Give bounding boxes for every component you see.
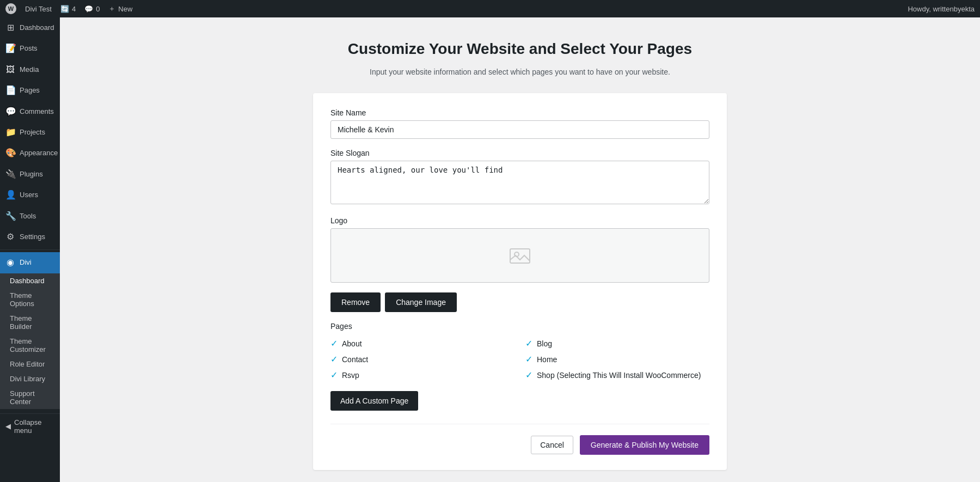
howdy-text: Howdy, writtenbyekta [908, 5, 975, 13]
divi-submenu-item-dashboard[interactable]: Dashboard [0, 273, 60, 288]
sidebar-label-projects: Projects [20, 127, 45, 137]
site-name-group: Site Name [330, 108, 709, 139]
sidebar-item-settings[interactable]: ⚙ Settings [0, 227, 60, 247]
site-slogan-input[interactable] [330, 161, 709, 204]
sidebar-item-tools[interactable]: 🔧 Tools [0, 206, 60, 227]
check-icon-home: ✓ [525, 354, 532, 364]
divi-submenu-item-role-editor[interactable]: Role Editor [0, 357, 60, 371]
users-icon: 👤 [5, 189, 15, 201]
action-row: Cancel Generate & Publish My Website [330, 424, 709, 455]
page-container: Customize Your Website and Select Your P… [313, 39, 727, 470]
sidebar-label-users: Users [20, 190, 38, 200]
divi-submenu-item-divi-library[interactable]: Divi Library [0, 371, 60, 386]
site-name-item[interactable]: Divi Test [25, 5, 52, 13]
plugins-icon: 🔌 [5, 168, 15, 180]
admin-bar: W Divi Test 🔄 4 💬 0 ＋ New Howdy, written… [0, 0, 980, 17]
check-icon-rsvp: ✓ [330, 370, 338, 380]
check-icon-blog: ✓ [525, 338, 532, 349]
page-title: Customize Your Website and Select Your P… [313, 39, 727, 59]
collapse-icon: ◀ [5, 422, 11, 430]
collapse-label: Collapse menu [14, 418, 54, 435]
logo-placeholder-icon [509, 245, 531, 266]
check-icon-contact: ✓ [330, 354, 338, 364]
page-label-about: About [342, 339, 362, 348]
form-card: Site Name Site Slogan Logo [313, 93, 727, 470]
page-label-home: Home [537, 355, 557, 364]
sidebar-label-media: Media [20, 65, 39, 75]
page-label-contact: Contact [342, 355, 368, 364]
logo-upload-area[interactable] [330, 228, 709, 283]
cancel-button[interactable]: Cancel [531, 436, 573, 454]
new-item[interactable]: ＋ New [108, 4, 132, 14]
remove-button[interactable]: Remove [330, 292, 381, 312]
divi-submenu-item-theme-options[interactable]: Theme Options [0, 288, 60, 311]
page-item-about[interactable]: ✓ About [330, 338, 514, 349]
site-name-label: Site Name [330, 108, 709, 117]
posts-icon: 📝 [5, 42, 15, 54]
wp-logo: W [5, 3, 16, 14]
pages-icon: 📄 [5, 84, 15, 96]
divi-icon: ◉ [5, 257, 15, 269]
page-item-blog[interactable]: ✓ Blog [525, 338, 709, 349]
comments-item[interactable]: 💬 0 [84, 5, 100, 13]
main-layout: ⊞ Dashboard 📝 Posts 🖼 Media 📄 Pages 💬 Co… [0, 17, 980, 482]
page-item-rsvp[interactable]: ✓ Rsvp [330, 370, 514, 380]
check-icon-shop: ✓ [525, 370, 532, 380]
comments-count: 0 [96, 5, 100, 13]
pages-grid: ✓ About ✓ Blog ✓ Contact ✓ [330, 338, 709, 380]
page-item-contact[interactable]: ✓ Contact [330, 354, 514, 364]
sidebar-item-comments[interactable]: 💬 Comments [0, 101, 60, 122]
admin-bar-left: W Divi Test 🔄 4 💬 0 ＋ New [5, 3, 132, 14]
publish-button[interactable]: Generate & Publish My Website [580, 435, 709, 455]
page-label-rsvp: Rsvp [342, 371, 359, 380]
svg-rect-0 [510, 249, 530, 263]
page-item-shop[interactable]: ✓ Shop (Selecting This Will Install WooC… [525, 370, 709, 380]
sidebar-label-divi: Divi [20, 258, 32, 267]
add-custom-page-button[interactable]: Add A Custom Page [330, 391, 418, 411]
collapse-menu-button[interactable]: ◀ Collapse menu [0, 413, 60, 439]
change-image-button[interactable]: Change Image [385, 292, 457, 312]
settings-icon: ⚙ [5, 231, 15, 243]
page-label-blog: Blog [537, 339, 552, 348]
sidebar-item-appearance[interactable]: 🎨 Appearance [0, 143, 60, 163]
sidebar-item-dashboard[interactable]: ⊞ Dashboard [0, 17, 60, 38]
projects-icon: 📁 [5, 126, 15, 138]
updates-count: 4 [72, 5, 76, 13]
page-item-home[interactable]: ✓ Home [525, 354, 709, 364]
sidebar-item-media[interactable]: 🖼 Media [0, 59, 60, 80]
sidebar-item-pages[interactable]: 📄 Pages [0, 80, 60, 101]
media-icon: 🖼 [5, 64, 15, 76]
sidebar-item-projects[interactable]: 📁 Projects [0, 122, 60, 143]
divi-submenu-item-theme-builder[interactable]: Theme Builder [0, 311, 60, 334]
divi-submenu-item-support-center[interactable]: Support Center [0, 386, 60, 409]
sidebar-item-posts[interactable]: 📝 Posts [0, 38, 60, 59]
logo-group: Logo [330, 216, 709, 283]
sidebar-label-plugins: Plugins [20, 169, 43, 179]
sidebar: ⊞ Dashboard 📝 Posts 🖼 Media 📄 Pages 💬 Co… [0, 17, 60, 482]
new-label: New [118, 5, 132, 13]
sidebar-item-plugins[interactable]: 🔌 Plugins [0, 164, 60, 185]
sidebar-item-divi[interactable]: ◉ Divi [0, 252, 60, 273]
pages-section-title: Pages [330, 322, 709, 331]
site-slogan-label: Site Slogan [330, 149, 709, 157]
updates-item[interactable]: 🔄 4 [60, 5, 76, 13]
comments-icon2: 💬 [5, 106, 15, 118]
dashboard-icon: ⊞ [5, 22, 15, 34]
sidebar-item-users[interactable]: 👤 Users [0, 185, 60, 205]
logo-label: Logo [330, 216, 709, 225]
appearance-icon: 🎨 [5, 147, 15, 159]
sidebar-label-appearance: Appearance [20, 148, 58, 158]
site-name-input[interactable] [330, 120, 709, 139]
sidebar-label-pages: Pages [20, 86, 40, 95]
sidebar-label-comments: Comments [20, 107, 54, 117]
check-icon-about: ✓ [330, 338, 338, 349]
wp-logo-item[interactable]: W [5, 3, 16, 14]
comments-icon: 💬 [84, 5, 93, 13]
site-name: Divi Test [25, 5, 52, 13]
divi-submenu-item-theme-customizer[interactable]: Theme Customizer [0, 334, 60, 357]
sidebar-label-dashboard: Dashboard [20, 23, 54, 33]
tools-icon: 🔧 [5, 210, 15, 222]
main-content: Customize Your Website and Select Your P… [60, 17, 980, 482]
logo-btn-row: Remove Change Image [330, 292, 709, 312]
sidebar-label-settings: Settings [20, 232, 45, 242]
